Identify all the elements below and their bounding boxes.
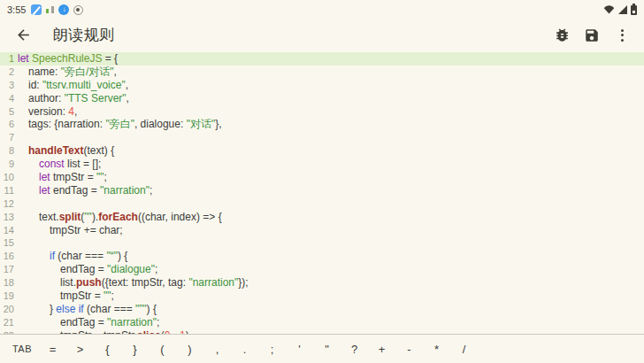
- save-button[interactable]: [582, 26, 602, 45]
- code-line[interactable]: 6tags: {narration: "旁白", dialogue: "对话"}…: [0, 118, 644, 131]
- code-line[interactable]: 12: [0, 197, 644, 211]
- debug-button[interactable]: [552, 26, 571, 45]
- line-number: 21: [0, 316, 14, 329]
- code-text: tmpStr = "";: [18, 290, 114, 303]
- code-line[interactable]: 5version: 4,: [0, 105, 644, 119]
- app-bar-actions: [552, 26, 632, 45]
- line-number: 3: [0, 79, 14, 92]
- code-line[interactable]: 19tmpStr = "";: [0, 290, 644, 303]
- symbol-key[interactable]: -: [395, 335, 423, 363]
- line-number: 16: [0, 250, 14, 263]
- code-line[interactable]: 2name: "旁白/对话",: [0, 66, 644, 79]
- line-number: 13: [0, 211, 14, 224]
- code-text: const list = [];: [18, 158, 101, 171]
- cellular-signal-icon: [618, 5, 627, 14]
- line-number: 15: [0, 236, 14, 250]
- code-text: if (char === "“") {: [18, 250, 127, 263]
- symbol-key[interactable]: ,: [203, 335, 231, 363]
- line-number: 6: [0, 118, 14, 131]
- code-text: id: "ttsrv.multi_voice",: [18, 79, 128, 92]
- code-text: endTag = "narration";: [18, 316, 159, 329]
- line-number: 1: [0, 52, 14, 66]
- back-arrow-icon: [15, 27, 32, 43]
- code-line[interactable]: 7: [0, 131, 644, 144]
- mini-status-icon: [46, 5, 54, 14]
- symbol-key[interactable]: (: [149, 335, 176, 363]
- line-number: 14: [0, 224, 14, 237]
- symbol-key[interactable]: >: [66, 335, 94, 363]
- code-text: author: "TTS Server",: [18, 92, 129, 105]
- code-text: name: "旁白/对话",: [18, 66, 117, 79]
- code-text: let SpeechRuleJS = {: [18, 52, 118, 66]
- code-text: tmpStr += char;: [18, 224, 123, 237]
- code-text: text.split("").forEach((char, index) => …: [18, 211, 222, 224]
- line-number: 18: [0, 276, 14, 290]
- code-text: tags: {narration: "旁白", dialogue: "对话"},: [18, 118, 222, 131]
- line-number: 12: [0, 197, 14, 211]
- code-line[interactable]: 8handleText(text) {: [0, 144, 644, 158]
- code-text: } else if (char === "”") {: [18, 303, 157, 316]
- code-text: version: 4,: [18, 105, 77, 119]
- symbol-key[interactable]: ': [286, 335, 313, 363]
- symbol-key[interactable]: .: [231, 335, 258, 363]
- wifi-icon: [603, 5, 615, 14]
- code-line[interactable]: 21endTag = "narration";: [0, 316, 644, 329]
- line-number: 5: [0, 105, 14, 119]
- line-number: 10: [0, 171, 14, 184]
- symbol-key[interactable]: *: [423, 335, 450, 363]
- code-line[interactable]: 11let endTag = "narration";: [0, 184, 644, 197]
- line-number: 20: [0, 303, 14, 316]
- back-button[interactable]: [12, 25, 34, 46]
- code-line[interactable]: 1let SpeechRuleJS = {: [0, 52, 644, 66]
- code-line[interactable]: 3id: "ttsrv.multi_voice",: [0, 79, 644, 92]
- symbol-key[interactable]: ": [313, 335, 341, 363]
- code-line[interactable]: 18list.push({text: tmpStr, tag: "narrati…: [0, 276, 644, 290]
- overflow-menu-button[interactable]: [612, 26, 632, 45]
- line-number: 7: [0, 131, 14, 144]
- code-line[interactable]: 16if (char === "“") {: [0, 250, 644, 263]
- battery-icon: [631, 5, 637, 15]
- code-line[interactable]: 20} else if (char === "”") {: [0, 303, 644, 316]
- line-number: 17: [0, 263, 14, 276]
- tab-key[interactable]: TAB: [5, 335, 39, 363]
- app-bar: 朗读规则: [0, 19, 644, 50]
- code-text: let tmpStr = "";: [18, 171, 107, 184]
- symbol-key[interactable]: +: [368, 335, 395, 363]
- eye-circle-icon: [73, 5, 83, 15]
- line-number: 4: [0, 92, 14, 105]
- download-circle-icon: ↓: [58, 4, 69, 15]
- status-bar: 3:55 ↓: [0, 0, 644, 19]
- symbol-key[interactable]: ;: [258, 335, 286, 363]
- overflow-menu-icon: [621, 29, 624, 32]
- code-line[interactable]: 17endTag = "dialogue";: [0, 263, 644, 276]
- code-line[interactable]: 9const list = [];: [0, 158, 644, 171]
- clock-time: 3:55: [7, 4, 26, 15]
- notification-icons: ↓: [31, 4, 83, 15]
- symbol-key[interactable]: /: [450, 335, 478, 363]
- line-number: 2: [0, 66, 14, 79]
- page-title: 朗读规则: [53, 25, 114, 45]
- code-line[interactable]: 10let tmpStr = "";: [0, 171, 644, 184]
- code-editor[interactable]: 1let SpeechRuleJS = {2name: "旁白/对话",3id:…: [0, 50, 644, 334]
- line-number: 19: [0, 290, 14, 303]
- code-line[interactable]: 4author: "TTS Server",: [0, 92, 644, 105]
- code-text: endTag = "dialogue";: [18, 263, 157, 276]
- system-status-icons: [603, 4, 637, 15]
- debug-bug-icon: [554, 27, 571, 43]
- symbol-key[interactable]: =: [39, 335, 66, 363]
- code-line[interactable]: 13text.split("").forEach((char, index) =…: [0, 211, 644, 224]
- code-line[interactable]: 14tmpStr += char;: [0, 224, 644, 237]
- symbol-key[interactable]: ): [176, 335, 203, 363]
- code-line[interactable]: 15: [0, 236, 644, 250]
- line-number: 11: [0, 184, 14, 197]
- save-icon: [584, 27, 600, 43]
- symbol-key[interactable]: }: [121, 335, 149, 363]
- symbol-key[interactable]: ?: [341, 335, 368, 363]
- code-text: list.push({text: tmpStr, tag: "narration…: [18, 276, 249, 290]
- symbol-key[interactable]: {: [94, 335, 121, 363]
- messenger-app-icon: [31, 4, 42, 15]
- code-text: let endTag = "narration";: [18, 184, 152, 197]
- code-text: handleText(text) {: [18, 144, 114, 158]
- symbol-input-bar: TAB=>{}(),.;'"?+-*/: [0, 334, 644, 363]
- line-number: 9: [0, 158, 14, 171]
